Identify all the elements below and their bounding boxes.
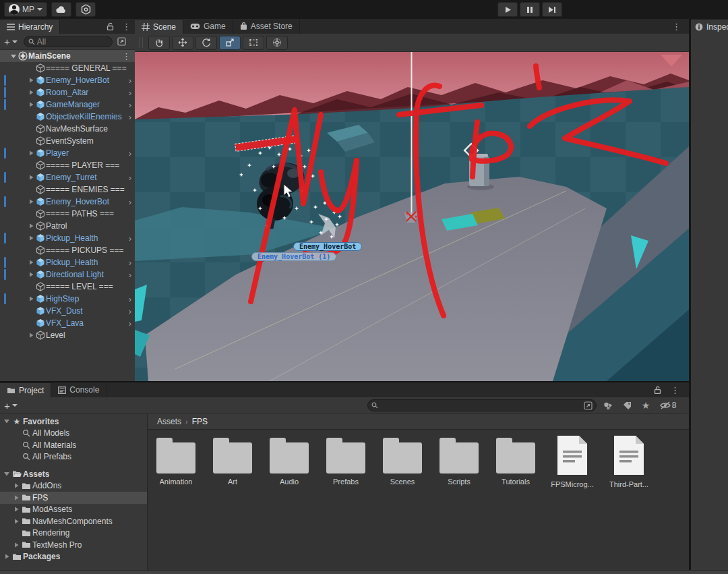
prefab-open-arrow[interactable]: › (125, 270, 135, 280)
rotate-tool-button[interactable] (195, 36, 217, 50)
expander-closed-icon[interactable] (14, 507, 19, 512)
panel-splitter[interactable] (689, 19, 691, 574)
expander-closed-icon[interactable] (29, 175, 34, 180)
add-asset-button[interactable]: + (4, 400, 10, 411)
tab-asset-store[interactable]: Asset Store (233, 19, 300, 34)
scene-viewport[interactable]: Enemy_HoverBot Enemy_HoverBot (1) (135, 52, 689, 381)
project-tree-item-assets[interactable]: Assets (0, 468, 147, 480)
lock-open-icon[interactable] (654, 386, 661, 394)
hierarchy-item[interactable]: NavMeshSurface (0, 123, 135, 135)
expander-closed-icon[interactable] (29, 199, 34, 204)
expander-open-icon[interactable] (4, 471, 9, 476)
prefab-open-arrow[interactable]: › (125, 306, 135, 316)
expander-closed-icon[interactable] (29, 150, 34, 156)
expander-open-icon[interactable] (11, 54, 16, 59)
expander-closed-icon[interactable] (5, 554, 9, 559)
expander-closed-icon[interactable] (29, 78, 34, 83)
hierarchy-item[interactable]: Level (0, 329, 135, 341)
hand-tool-button[interactable] (148, 36, 170, 50)
project-tree-item-all-prefabs[interactable]: All Prefabs (0, 451, 147, 463)
hierarchy-item[interactable]: Directional Light› (0, 268, 135, 281)
asset-art[interactable]: Art (211, 434, 254, 488)
prefab-open-arrow[interactable]: › (125, 112, 135, 122)
kebab-menu-icon[interactable]: ⋮ (671, 385, 679, 395)
asset-third-part-[interactable]: Third-Part... (607, 434, 650, 488)
prefab-open-arrow[interactable]: › (125, 258, 135, 268)
expander-closed-icon[interactable] (29, 223, 34, 229)
hierarchy-item[interactable]: Player› (0, 147, 135, 159)
search-jump-icon[interactable] (584, 401, 593, 410)
hierarchy-item[interactable]: Room_Altar› (0, 86, 135, 98)
hierarchy-item[interactable]: ObjectiveKillEnemies› (0, 111, 135, 123)
asset-animation[interactable]: Animation (154, 434, 198, 488)
expander-open-icon[interactable] (4, 419, 9, 424)
expander-closed-icon[interactable] (29, 235, 34, 241)
expander-closed-icon[interactable] (29, 296, 34, 302)
project-tree-item-addons[interactable]: AddOns (0, 480, 147, 492)
search-by-label-icon[interactable] (619, 399, 635, 412)
prefab-open-arrow[interactable]: › (125, 173, 135, 183)
hidden-packages-toggle[interactable]: 8 (657, 399, 679, 412)
hierarchy-item[interactable]: ===== PICKUPS === (0, 244, 135, 256)
project-tree-item-rendering[interactable]: Rendering (0, 527, 147, 540)
rect-tool-button[interactable] (243, 36, 264, 50)
project-tree-item-textmesh-pro[interactable]: TextMesh Pro (0, 539, 147, 551)
asset-fpsmicrog-[interactable]: FPSMicrog... (551, 434, 594, 488)
prefab-open-arrow[interactable]: › (125, 88, 135, 98)
hierarchy-item[interactable]: VFX_Lava› (0, 317, 135, 329)
search-by-type-icon[interactable] (600, 399, 616, 412)
hierarchy-item[interactable]: Pickup_Health› (0, 232, 135, 244)
project-tree-item-modassets[interactable]: ModAssets (0, 504, 147, 516)
hierarchy-item[interactable]: EventSystem (0, 135, 135, 147)
expander-closed-icon[interactable] (29, 90, 34, 95)
object-label-enemy-hoverbot[interactable]: Enemy_HoverBot (293, 242, 362, 251)
project-tree-item-favorites[interactable]: ★Favorites (0, 415, 147, 428)
hierarchy-item[interactable]: Patrol (0, 220, 135, 232)
step-button[interactable] (542, 2, 562, 17)
hierarchy-item[interactable]: VFX_Dust› (0, 305, 135, 317)
hierarchy-item[interactable]: GameManager› (0, 98, 135, 111)
version-control-button[interactable] (75, 2, 96, 17)
kebab-menu-icon[interactable]: ⋮ (672, 22, 681, 32)
prefab-open-arrow[interactable]: › (125, 100, 135, 110)
prefab-open-arrow[interactable]: › (125, 148, 135, 159)
kebab-menu-icon[interactable]: ⋮ (122, 22, 131, 32)
hierarchy-item[interactable]: Pickup_Health› (0, 256, 135, 268)
tab-inspector[interactable]: Inspector (691, 19, 728, 34)
hierarchy-item[interactable]: ===== GENERAL === (0, 62, 135, 74)
object-label-enemy-hoverbot-1[interactable]: Enemy_HoverBot (1) (251, 252, 336, 261)
tab-game[interactable]: Game (183, 19, 233, 34)
expander-closed-icon[interactable] (29, 102, 34, 107)
hierarchy-item[interactable]: Enemy_HoverBot› (0, 196, 135, 208)
account-button[interactable]: MP (4, 2, 47, 17)
expander-closed-icon[interactable] (14, 483, 19, 488)
expander-closed-icon[interactable] (29, 272, 34, 277)
prefab-open-arrow[interactable]: › (125, 197, 135, 207)
project-search-input[interactable] (367, 399, 597, 411)
add-object-dropdown-icon[interactable] (12, 40, 18, 43)
hierarchy-item[interactable]: ===== PATHS === (0, 208, 135, 220)
prefab-open-arrow[interactable]: › (125, 233, 135, 243)
scale-tool-button[interactable] (219, 36, 241, 50)
search-jump-icon[interactable] (114, 35, 130, 48)
asset-scenes[interactable]: Scenes (381, 434, 424, 488)
tab-project[interactable]: Project (0, 382, 51, 397)
expander-closed-icon[interactable] (29, 333, 34, 338)
hierarchy-search-input[interactable]: All (24, 36, 113, 47)
prefab-open-arrow[interactable]: › (125, 318, 135, 328)
move-tool-button[interactable] (172, 36, 193, 50)
expander-closed-icon[interactable] (14, 495, 19, 500)
lock-open-icon[interactable] (107, 22, 114, 30)
tab-console[interactable]: Console (51, 382, 107, 397)
asset-scripts[interactable]: Scripts (437, 434, 481, 488)
tab-hierarchy[interactable]: Hierarchy (0, 19, 60, 34)
cloud-services-button[interactable] (51, 2, 71, 17)
favorites-star-icon[interactable]: ★ (638, 399, 654, 412)
hierarchy-item[interactable]: Enemy_Turret› (0, 171, 135, 183)
hierarchy-root-row[interactable]: MainScene ⋮ (0, 50, 135, 62)
add-asset-dropdown-icon[interactable] (12, 404, 18, 407)
play-button[interactable] (497, 2, 518, 17)
asset-audio[interactable]: Audio (268, 434, 311, 488)
breadcrumb-fps[interactable]: FPS (192, 417, 208, 426)
hierarchy-item[interactable]: ===== LEVEL === (0, 281, 135, 293)
